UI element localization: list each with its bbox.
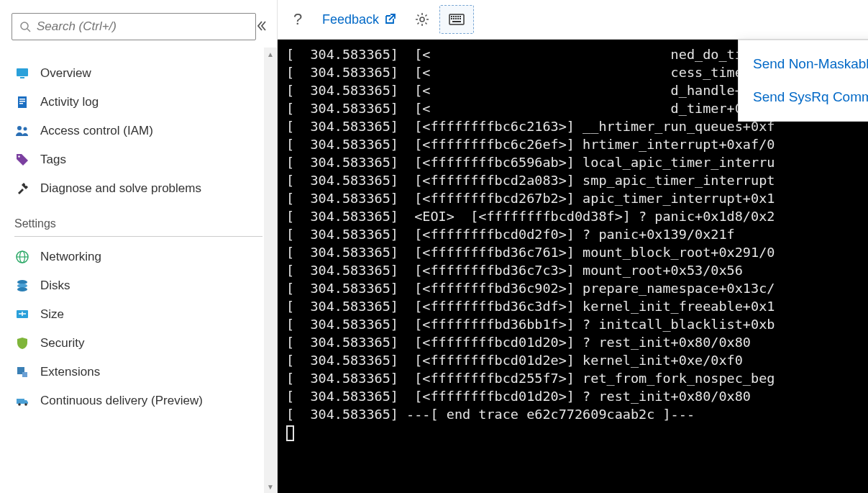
size-icon [14,307,30,322]
settings-section-label: Settings [0,203,277,236]
svg-point-11 [25,184,27,186]
people-icon [14,123,30,139]
sidebar-header [0,0,277,48]
svg-rect-29 [457,16,459,17]
sidebar-item-label: Networking [40,250,101,264]
shield-icon [14,335,30,351]
svg-rect-7 [19,103,23,104]
sidebar-item-label: Continuous delivery (Preview) [40,394,203,408]
sidebar-item-label: Size [40,307,64,322]
collapse-sidebar-button[interactable] [252,17,270,35]
dropdown-item-sysrq[interactable]: Send SysRq Command [739,81,868,114]
svg-rect-35 [460,18,461,19]
search-icon [19,21,31,32]
svg-point-24 [420,17,424,22]
tag-icon [14,152,30,168]
sidebar-item-networking[interactable]: Networking [0,243,277,271]
sidebar-item-label: Access control (IAM) [40,124,153,138]
svg-point-23 [24,403,27,406]
keyboard-icon [449,14,465,25]
svg-rect-4 [18,96,27,108]
svg-rect-36 [452,21,461,22]
help-icon: ? [293,10,302,29]
svg-rect-6 [19,101,25,102]
sidebar-item-label: Overview [40,66,91,81]
sidebar-item-label: Security [40,336,84,350]
toolbar: ? Feedback [278,0,868,40]
feedback-label: Feedback [322,12,379,27]
svg-rect-26 [451,16,452,17]
sidebar-item-label: Disks [40,279,70,293]
console-cursor [286,425,294,441]
sidebar: OverviewActivity logAccess control (IAM)… [0,0,278,493]
extension-icon [14,364,30,380]
sidebar-item-cd[interactable]: Continuous delivery (Preview) [0,386,277,415]
disks-icon [14,278,30,294]
help-button[interactable]: ? [283,5,312,34]
feedback-button[interactable]: Feedback [314,5,405,34]
svg-rect-32 [453,18,454,19]
search-input-wrap[interactable] [12,13,256,40]
sidebar-item-extensions[interactable]: Extensions [0,358,277,386]
section-divider [14,236,262,237]
svg-rect-5 [19,99,25,100]
sidebar-item-activity-log[interactable]: Activity log [0,88,277,117]
search-input[interactable] [37,19,248,34]
keyboard-button[interactable] [439,5,474,34]
sidebar-item-overview[interactable]: Overview [0,59,277,88]
svg-point-22 [18,403,21,406]
sidebar-item-tags[interactable]: Tags [0,145,277,174]
sidebar-item-iam[interactable]: Access control (IAM) [0,117,277,145]
svg-rect-21 [17,399,24,404]
svg-rect-2 [17,68,28,76]
svg-point-8 [17,126,22,130]
sidebar-item-label: Diagnose and solve problems [40,181,201,196]
svg-point-17 [17,287,27,291]
scroll-up-arrow[interactable]: ▲ [264,48,277,60]
gear-icon [415,12,429,27]
svg-rect-31 [451,18,452,19]
external-link-icon [383,13,396,26]
svg-rect-3 [20,77,24,78]
svg-point-9 [24,127,27,131]
svg-point-0 [21,22,28,30]
sidebar-item-security[interactable]: Security [0,329,277,358]
delivery-icon [14,393,30,409]
sidebar-item-size[interactable]: Size [0,300,277,329]
sidebar-item-diagnose[interactable]: Diagnose and solve problems [0,174,277,203]
sidebar-item-label: Extensions [40,365,100,379]
svg-line-1 [27,29,30,32]
svg-rect-30 [460,16,461,17]
globe-icon [14,249,30,265]
main-pane: ? Feedback [ 304.583365] [< [278,0,868,493]
svg-rect-20 [22,372,27,377]
keyboard-dropdown: Send Non-Maskable Interrupt (NMI) Send S… [738,40,868,122]
svg-rect-34 [457,18,459,19]
svg-rect-33 [455,18,457,19]
sidebar-item-label: Tags [40,153,66,167]
monitor-icon [14,65,30,81]
svg-rect-28 [455,16,457,17]
sidebar-item-disks[interactable]: Disks [0,271,277,300]
svg-rect-27 [453,16,454,17]
settings-button[interactable] [406,5,438,34]
sidebar-scrollbar[interactable]: ▲ ▼ [264,48,277,493]
sidebar-body: OverviewActivity logAccess control (IAM)… [0,48,277,493]
tools-icon [14,181,30,196]
log-icon [14,94,30,110]
sidebar-item-label: Activity log [40,95,99,109]
scroll-down-arrow[interactable]: ▼ [264,480,277,493]
svg-point-10 [18,155,20,158]
dropdown-item-nmi[interactable]: Send Non-Maskable Interrupt (NMI) [739,48,868,81]
